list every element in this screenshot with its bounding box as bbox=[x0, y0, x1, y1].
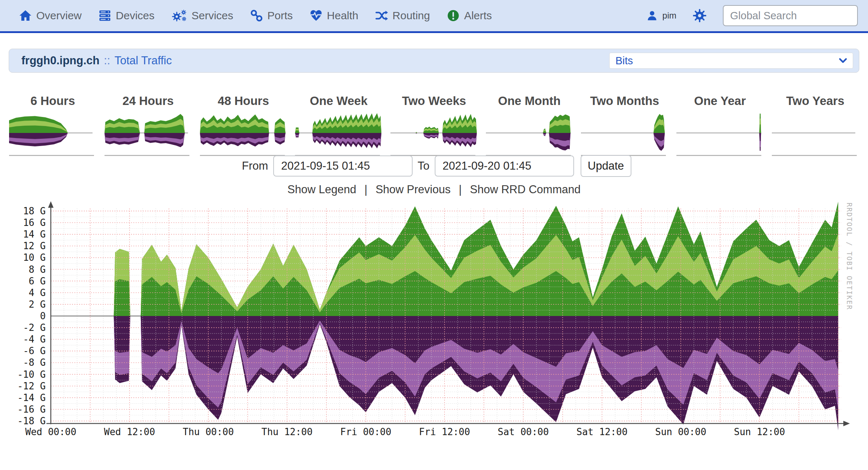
svg-text:-14 G: -14 G bbox=[17, 392, 46, 403]
svg-text:8 G: 8 G bbox=[29, 264, 46, 275]
heartbeat-icon bbox=[310, 9, 323, 22]
update-button[interactable]: Update bbox=[581, 155, 631, 177]
show-legend-link[interactable]: Show Legend bbox=[287, 183, 356, 196]
thumb-graph-two-weeks bbox=[389, 110, 479, 157]
thumb-two-years[interactable]: Two Years bbox=[767, 94, 863, 157]
user-icon bbox=[646, 10, 658, 21]
nav-item-label: Alerts bbox=[464, 9, 492, 22]
svg-text:Fri 00:00: Fri 00:00 bbox=[340, 426, 392, 437]
thumb-label: Two Weeks bbox=[386, 94, 482, 108]
alert-circle-icon bbox=[447, 9, 460, 22]
svg-text:-2 G: -2 G bbox=[23, 322, 46, 333]
svg-text:14 G: 14 G bbox=[23, 229, 46, 240]
svg-text:-16 G: -16 G bbox=[17, 404, 46, 415]
thumb-label: 48 Hours bbox=[196, 94, 291, 108]
svg-text:-4 G: -4 G bbox=[23, 334, 46, 345]
nav-item-services[interactable]: Services bbox=[171, 9, 233, 22]
thumb-label: One Week bbox=[291, 94, 386, 108]
svg-text:6 G: 6 G bbox=[29, 276, 46, 287]
show-rrd-command-link[interactable]: Show RRD Command bbox=[470, 183, 581, 196]
link-separator: | bbox=[364, 183, 367, 196]
from-date-input[interactable] bbox=[273, 155, 413, 177]
thumb-label: Two Years bbox=[767, 94, 863, 108]
thumb-6-hours[interactable]: 6 Hours bbox=[5, 94, 101, 157]
svg-text:Thu 12:00: Thu 12:00 bbox=[262, 426, 313, 437]
nav-item-label: Routing bbox=[393, 9, 430, 22]
thumb-two-months[interactable]: Two Months bbox=[577, 94, 672, 157]
show-previous-link[interactable]: Show Previous bbox=[376, 183, 451, 196]
nav-item-ports[interactable]: Ports bbox=[250, 9, 293, 22]
svg-text:Thu 00:00: Thu 00:00 bbox=[183, 426, 234, 437]
thumb-one-year[interactable]: One Year bbox=[672, 94, 768, 157]
thumb-graph-one-year bbox=[675, 110, 765, 157]
nav-item-label: Devices bbox=[116, 9, 155, 22]
thumb-graph-two-years bbox=[770, 110, 860, 157]
thumb-graph-two-months bbox=[580, 110, 670, 157]
thumb-one-week[interactable]: One Week bbox=[291, 94, 386, 157]
svg-text:Wed 12:00: Wed 12:00 bbox=[104, 426, 155, 437]
settings-button[interactable] bbox=[692, 8, 707, 23]
thumb-24-hours[interactable]: 24 Hours bbox=[101, 94, 196, 157]
title-separator: :: bbox=[104, 54, 110, 67]
gear-icon bbox=[692, 8, 707, 23]
thumb-graph-24-hours bbox=[103, 110, 193, 157]
svg-text:Sun 12:00: Sun 12:00 bbox=[734, 426, 785, 437]
nav-item-label: Overview bbox=[36, 9, 82, 22]
nav-item-alerts[interactable]: Alerts bbox=[447, 9, 492, 22]
thumb-graph-48-hours bbox=[198, 110, 288, 157]
nav-item-routing[interactable]: Routing bbox=[375, 9, 430, 22]
svg-text:Sat 12:00: Sat 12:00 bbox=[577, 426, 628, 437]
time-range-form: From To Update bbox=[0, 154, 868, 178]
units-select[interactable]: Bits bbox=[609, 53, 853, 69]
nav-item-label: Services bbox=[192, 9, 233, 22]
chevron-down-icon bbox=[838, 56, 848, 65]
rrdtool-watermark: RRDTOOL / TOBI OETIKER bbox=[846, 203, 853, 435]
svg-text:-12 G: -12 G bbox=[17, 381, 46, 392]
svg-text:Sat 00:00: Sat 00:00 bbox=[498, 426, 549, 437]
svg-text:0: 0 bbox=[40, 311, 46, 321]
to-date-input[interactable] bbox=[435, 155, 574, 177]
svg-text:Fri 12:00: Fri 12:00 bbox=[419, 426, 470, 437]
thumb-label: Two Months bbox=[577, 94, 672, 108]
device-name: frggh0.ipng.ch bbox=[21, 54, 99, 67]
nav-item-overview[interactable]: Overview bbox=[19, 9, 82, 22]
global-search-input[interactable] bbox=[723, 5, 858, 26]
svg-text:4 G: 4 G bbox=[29, 287, 46, 298]
graph-title-link[interactable]: Total Traffic bbox=[115, 54, 172, 67]
traffic-graph: 18 G16 G14 G12 G10 G8 G6 G4 G2 G0-2 G-4 … bbox=[0, 200, 868, 470]
home-icon bbox=[19, 9, 32, 22]
user-menu[interactable]: pim bbox=[646, 10, 676, 21]
nav-item-devices[interactable]: Devices bbox=[98, 9, 155, 22]
graph-action-links: Show Legend | Show Previous | Show RRD C… bbox=[0, 183, 868, 196]
gears-icon bbox=[171, 9, 187, 22]
nav-item-health[interactable]: Health bbox=[310, 9, 359, 22]
server-stack-icon bbox=[98, 9, 111, 22]
thumb-graph-one-month bbox=[484, 110, 574, 157]
nav-item-label: Ports bbox=[267, 9, 293, 22]
shuffle-icon bbox=[375, 9, 388, 22]
thumb-one-month[interactable]: One Month bbox=[482, 94, 577, 157]
nav-item-label: Health bbox=[327, 9, 359, 22]
thumb-graph-one-week bbox=[294, 110, 384, 157]
svg-text:-6 G: -6 G bbox=[23, 345, 46, 356]
svg-text:Sun 00:00: Sun 00:00 bbox=[655, 426, 707, 437]
link-separator: | bbox=[459, 183, 462, 196]
svg-text:Wed 00:00: Wed 00:00 bbox=[25, 426, 77, 437]
thumb-two-weeks[interactable]: Two Weeks bbox=[386, 94, 482, 157]
period-thumbnails: 6 Hours 24 Hours 48 Hours One Week Two W… bbox=[0, 94, 868, 157]
top-navbar: Overview Devices Services Ports Health R… bbox=[0, 0, 868, 33]
svg-text:18 G: 18 G bbox=[23, 206, 46, 216]
thumb-graph-6-hours bbox=[8, 110, 98, 157]
svg-text:-10 G: -10 G bbox=[17, 369, 46, 380]
svg-text:12 G: 12 G bbox=[23, 240, 46, 251]
thumb-48-hours[interactable]: 48 Hours bbox=[196, 94, 291, 157]
navbar-right: pim bbox=[646, 5, 858, 26]
svg-text:-18 G: -18 G bbox=[17, 416, 46, 426]
svg-text:2 G: 2 G bbox=[29, 299, 46, 310]
from-label: From bbox=[242, 159, 268, 173]
link-icon bbox=[250, 9, 263, 22]
username-label: pim bbox=[662, 11, 676, 21]
units-selected-value: Bits bbox=[615, 55, 633, 67]
thumb-label: 24 Hours bbox=[101, 94, 196, 108]
thumb-label: One Month bbox=[482, 94, 577, 108]
